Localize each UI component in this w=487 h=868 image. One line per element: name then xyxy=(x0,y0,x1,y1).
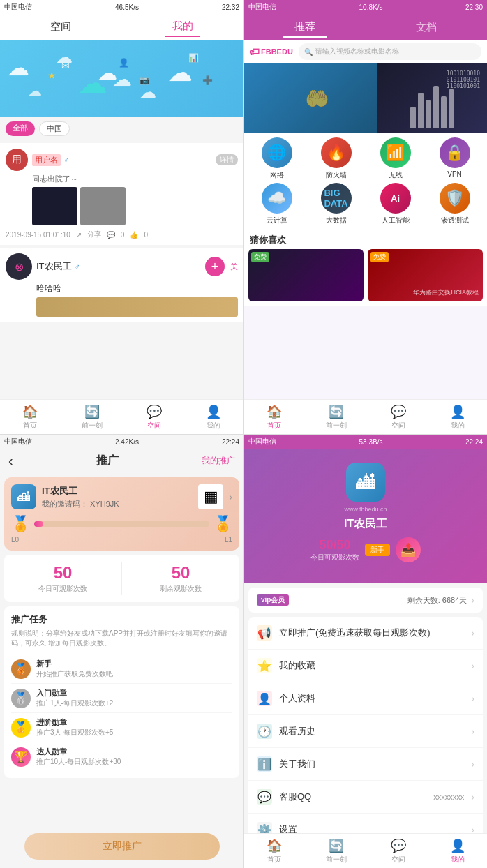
profile-stats-area: 50/50 今日可观影次数 新手 📤 xyxy=(255,537,476,562)
chart-icon: 📊 xyxy=(188,53,199,63)
screen-space: 中国电信 46.5K/s 22:32 空间 我的 ☁ ☁ ☁ ☁ ☁ ☁ ☁ ☁… xyxy=(0,0,244,434)
bar-5 xyxy=(441,96,447,128)
progress-bar-row: 🏅 🏅 xyxy=(11,515,232,533)
nav-moment-tr[interactable]: 🔄 前一刻 xyxy=(326,404,347,431)
promo-title: 推广 xyxy=(96,454,119,468)
cat-network[interactable]: 🌐 网络 xyxy=(248,137,305,180)
cat-vpn[interactable]: 🔒 VPN xyxy=(426,137,483,180)
signal-tl: 46.5K/s xyxy=(115,3,139,11)
nav-moment-label-tr: 前一刻 xyxy=(326,421,347,431)
search-icon-tr: 🔍 xyxy=(304,48,313,56)
qr-code-icon[interactable]: ▦ xyxy=(198,484,223,509)
task-medal-3: 🥇 xyxy=(11,718,31,738)
menu-item-qq[interactable]: 💬 客服QQ xxxxxxxx › xyxy=(248,781,483,814)
recommend-section-title: 猜你喜欢 xyxy=(244,230,487,249)
profile-menu-icon: 👤 xyxy=(257,691,272,706)
moment-icon-tr: 🔄 xyxy=(329,404,344,419)
nav-moment-br[interactable]: 🔄 前一刻 xyxy=(326,838,347,865)
follow-label: 关 xyxy=(230,262,238,272)
task-name-3: 进阶勋章 xyxy=(36,717,232,728)
bottom-nav-tr: 🏠 首页 🔄 前一刻 💬 空间 👤 我的 xyxy=(244,399,487,434)
like-icon: 👍 xyxy=(130,231,138,239)
cat-bigdata[interactable]: BIGDATA 大数据 xyxy=(308,183,364,225)
tag-china[interactable]: 中国 xyxy=(39,121,70,136)
cat-ai[interactable]: Ai 人工智能 xyxy=(367,183,424,225)
tab-space[interactable]: 空间 xyxy=(43,17,78,36)
nav-space-tl[interactable]: 💬 空间 xyxy=(147,404,162,431)
carrier-bl: 中国电信 xyxy=(4,437,32,447)
profile-views-stat: 50/50 今日可观影次数 xyxy=(310,538,359,562)
nav-mine-br[interactable]: 👤 我的 xyxy=(450,838,465,865)
cat-pentest-label: 渗透测试 xyxy=(441,216,469,225)
moment-icon-br: 🔄 xyxy=(329,838,344,853)
nav-mine-tr[interactable]: 👤 我的 xyxy=(450,404,465,431)
menu-chevron-2: › xyxy=(471,693,474,704)
menu-item-profile[interactable]: 👤 个人资料 › xyxy=(248,682,483,715)
menu-collection-label: 我的收藏 xyxy=(279,659,464,672)
firewall-icon: 🔥 xyxy=(321,137,352,168)
screen-promo: 中国电信 2.42K/s 22:24 ‹ 推广 我的推广 🏙 IT农民工 我的邀… xyxy=(0,434,244,868)
menu-item-about[interactable]: ℹ️ 关于我们 › xyxy=(248,748,483,781)
promo-action-button[interactable]: 立即推广 xyxy=(24,833,220,860)
moment-icon-tl: 🔄 xyxy=(84,404,100,419)
recommend-row: 免费 免费 华为路由交换HCIA教程 xyxy=(244,249,487,306)
task-name-1: 新手 xyxy=(36,659,232,669)
stat-remain-value: 50 xyxy=(126,563,235,583)
fbbedu-bar: 🏷 FBBEDU 🔍 请输入视频名称或电影名称 xyxy=(244,40,487,63)
menu-history-label: 观看历史 xyxy=(279,725,464,738)
cat-pentest[interactable]: 🛡️ 渗透测试 xyxy=(426,183,483,225)
nav-mine-tl[interactable]: 👤 我的 xyxy=(206,404,221,431)
profile-logo-area: 🏙 www.fbbedu.cn IT农民工 xyxy=(344,463,387,532)
stats-row: 50 今日可观影次数 50 剩余观影次数 xyxy=(4,555,239,602)
task-desc: 规则说明：分享给好友成功下载APP并打开或注册时好友填写你的邀请码，可永久 增加… xyxy=(11,629,232,648)
carrier-br: 中国电信 xyxy=(248,437,276,447)
wireless-icon: 📶 xyxy=(380,137,411,168)
tab-mine[interactable]: 我的 xyxy=(165,17,200,37)
cloud-icon-5: ☁ xyxy=(140,82,156,102)
nav-home-tl[interactable]: 🏠 首页 xyxy=(22,404,38,431)
my-promo-link[interactable]: 我的推广 xyxy=(202,455,235,467)
promo-username: IT农民工 xyxy=(42,485,193,497)
nav-space-tr[interactable]: 💬 空间 xyxy=(391,404,406,431)
fbbedu-icon: 🏷 xyxy=(250,46,260,57)
nav-space-br[interactable]: 💬 空间 xyxy=(391,838,406,865)
bigdata-icon: BIGDATA xyxy=(321,183,352,214)
cat-wireless[interactable]: 📶 无线 xyxy=(367,137,424,180)
post-header-2: ⊗ IT农民工 ♂ + 关 xyxy=(6,253,238,280)
vip-bar[interactable]: vip会员 剩余天数: 6684天 › xyxy=(248,588,483,613)
share-btn[interactable]: 📤 xyxy=(396,537,421,562)
task-desc-1: 开始推广获取免费次数吧 xyxy=(36,669,232,679)
post-img-1b xyxy=(80,187,126,225)
menu-item-promo[interactable]: 📢 立即推广(免费迅速获取每日观影次数) › xyxy=(248,617,483,650)
rec-card-1[interactable]: 免费 xyxy=(248,249,364,301)
nav-moment-tl[interactable]: 🔄 前一刻 xyxy=(82,404,103,431)
screen-recommend: 中国电信 10.8K/s 22:30 推荐 文档 🏷 FBBEDU 🔍 请输入视… xyxy=(244,0,487,434)
cloud-computing-icon: ☁️ xyxy=(262,183,292,214)
menu-item-history[interactable]: 🕐 观看历史 › xyxy=(248,715,483,748)
nav-mine-label-tl: 我的 xyxy=(207,421,220,431)
category-grid: 🌐 网络 🔥 防火墙 📶 无线 🔒 VPN ☁️ 云计算 BIGDATA 大 xyxy=(244,133,487,230)
menu-item-collection[interactable]: ⭐ 我的收藏 › xyxy=(248,650,483,682)
collection-menu-icon: ⭐ xyxy=(257,658,272,673)
rec-card-2[interactable]: 免费 华为路由交换HCIA教程 xyxy=(368,249,483,301)
nav-home-tr[interactable]: 🏠 首页 xyxy=(267,404,282,431)
tag-all[interactable]: 全部 xyxy=(6,121,35,136)
level-l0: L0 xyxy=(11,536,19,544)
fbbedu-logo: 🏷 FBBEDU xyxy=(250,46,293,57)
home-icon-br: 🏠 xyxy=(267,838,282,853)
follow-btn-2[interactable]: + xyxy=(205,257,225,276)
search-bar-tr[interactable]: 🔍 请输入视频名称或电影名称 xyxy=(299,43,481,60)
share-icon: ↗ xyxy=(76,231,82,239)
detail-btn-1[interactable]: 详情 xyxy=(216,154,238,165)
stat-today-views: 50 今日可观影次数 xyxy=(4,555,121,602)
medal-right: 🏅 xyxy=(213,515,232,533)
cat-cloud[interactable]: ☁️ 云计算 xyxy=(248,183,305,225)
progress-track xyxy=(34,521,209,527)
tab-recommend[interactable]: 推荐 xyxy=(283,17,327,38)
avatar-1: 用 xyxy=(6,149,28,171)
cat-firewall[interactable]: 🔥 防火墙 xyxy=(308,137,364,180)
menu-profile-label: 个人资料 xyxy=(279,692,464,705)
tab-docs[interactable]: 文档 xyxy=(405,18,448,37)
nav-home-br[interactable]: 🏠 首页 xyxy=(267,838,282,865)
back-arrow-icon[interactable]: ‹ xyxy=(8,453,13,469)
